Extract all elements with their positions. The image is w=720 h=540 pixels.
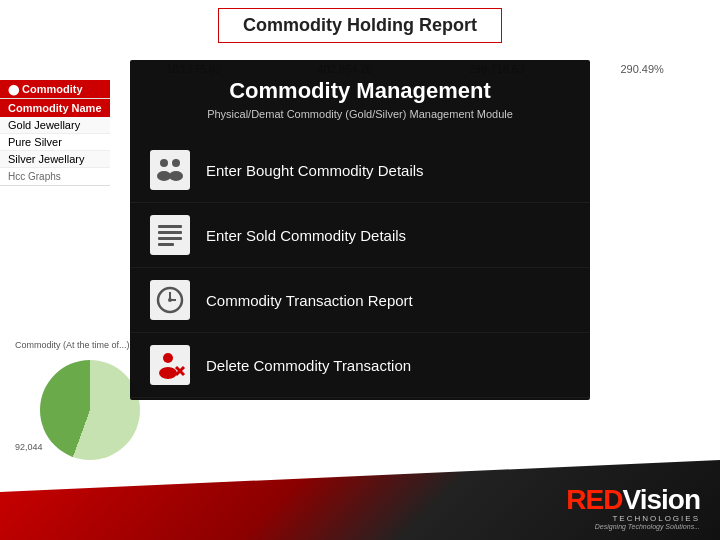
- pie-chart: [40, 360, 140, 460]
- row-name-0: Gold Jewellary: [8, 119, 102, 131]
- svg-point-3: [169, 171, 183, 181]
- svg-point-12: [163, 353, 173, 363]
- modal-menu: Enter Bought Commodity Details Enter Sol…: [130, 138, 590, 398]
- logo: REDVision: [566, 486, 700, 514]
- logo-ion-text: sion: [646, 484, 700, 515]
- svg-rect-6: [158, 237, 182, 240]
- sidebar-label-commodity: Commodity: [22, 83, 83, 95]
- logo-vision-text: Vi: [622, 484, 646, 515]
- svg-rect-4: [158, 225, 182, 228]
- sidebar: ⬤ Commodity Commodity Name Gold Jewellar…: [0, 80, 110, 186]
- svg-point-2: [157, 171, 171, 181]
- title-text: Commodity Holding Report: [243, 15, 477, 35]
- table-row[interactable]: Gold Jewellary: [0, 117, 110, 134]
- table-row[interactable]: Silver Jewellary: [0, 151, 110, 168]
- modal-header: Commodity Management Physical/Demat Comm…: [130, 60, 590, 128]
- list-icon: [150, 215, 190, 255]
- menu-item-report[interactable]: Commodity Transaction Report: [130, 268, 590, 333]
- row-name-1: Pure Silver: [8, 136, 102, 148]
- clock-icon: [150, 280, 190, 320]
- row-name-2: Silver Jewellary: [8, 153, 102, 165]
- svg-point-0: [160, 159, 168, 167]
- modal-subtitle: Physical/Demat Commodity (Gold/Silver) M…: [150, 108, 570, 120]
- logo-red-text: RED: [566, 484, 622, 515]
- sidebar-label-graphs: Hcc Graphs: [8, 171, 61, 182]
- chart-label: Commodity (At the time of...): [15, 340, 130, 350]
- delete-person-icon: [150, 345, 190, 385]
- table-header: Commodity Name: [0, 99, 110, 117]
- menu-item-report-label: Commodity Transaction Report: [206, 292, 413, 309]
- sidebar-item-commodity[interactable]: ⬤ Commodity: [0, 80, 110, 99]
- svg-point-1: [172, 159, 180, 167]
- svg-rect-7: [158, 243, 174, 246]
- svg-point-13: [159, 367, 177, 379]
- table-header-label: Commodity Name: [8, 102, 102, 114]
- svg-point-11: [168, 298, 172, 302]
- menu-item-sold[interactable]: Enter Sold Commodity Details: [130, 203, 590, 268]
- sidebar-item-graphs[interactable]: Hcc Graphs: [0, 168, 110, 186]
- logo-area: REDVision TECHNOLOGIES Designing Technol…: [566, 486, 700, 530]
- modal-title: Commodity Management: [150, 78, 570, 104]
- menu-item-bought[interactable]: Enter Bought Commodity Details: [130, 138, 590, 203]
- logo-tagline: Designing Technology Solutions...: [595, 523, 700, 530]
- menu-item-sold-label: Enter Sold Commodity Details: [206, 227, 406, 244]
- stat-val-4: 290.49%: [620, 63, 663, 75]
- chart-label-text: Commodity (At the time of...): [15, 340, 130, 350]
- logo-technologies: TECHNOLOGIES: [612, 514, 700, 523]
- modal-overlay: Commodity Management Physical/Demat Comm…: [130, 60, 590, 400]
- people-icon: [150, 150, 190, 190]
- table-row[interactable]: Pure Silver: [0, 134, 110, 151]
- menu-item-delete[interactable]: Delete Commodity Transaction: [130, 333, 590, 398]
- svg-rect-5: [158, 231, 182, 234]
- chart-value-text: 92,044: [15, 442, 43, 452]
- chart-value: 92,044: [15, 442, 43, 452]
- report-title: Commodity Holding Report: [218, 8, 502, 43]
- menu-item-delete-label: Delete Commodity Transaction: [206, 357, 411, 374]
- menu-item-bought-label: Enter Bought Commodity Details: [206, 162, 424, 179]
